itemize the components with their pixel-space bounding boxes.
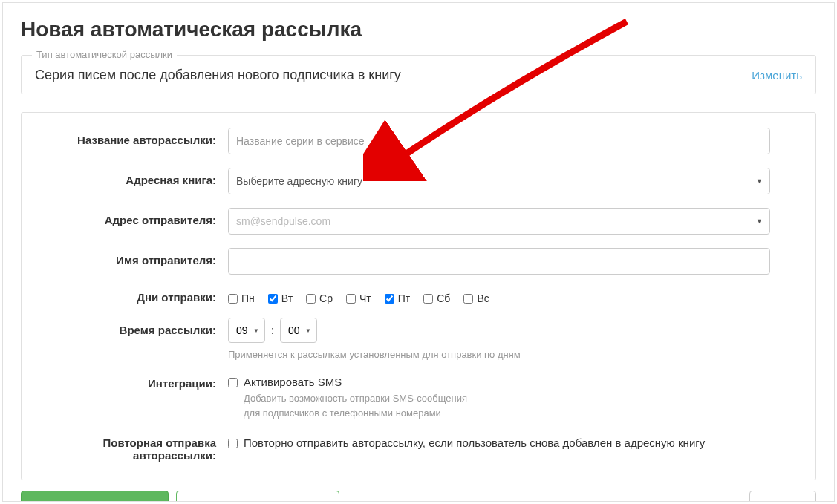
sms-checkbox[interactable] [228,378,238,387]
cancel-button[interactable]: Отмена [749,491,816,502]
day-sun-checkbox[interactable] [463,294,473,304]
page-title: Новая автоматическая рассылка [21,18,816,42]
days-label: Дни отправки: [35,288,228,304]
save-and-run-button[interactable]: ▶ Сохранить и запустить [176,491,339,502]
sender-name-label: Имя отправителя: [35,248,228,266]
footer-actions: Сохранить изменения ▶ Сохранить и запуст… [21,491,816,502]
time-hint: Применяется к рассылкам установленным дл… [228,347,795,362]
day-sat[interactable]: Сб [423,292,450,304]
name-label: Название авторассылки: [35,128,228,146]
automation-type-box: Тип автоматической рассылки Серия писем … [21,55,816,94]
day-fri-checkbox[interactable] [385,294,394,304]
day-mon[interactable]: Пн [228,292,255,304]
name-input[interactable] [228,128,770,154]
day-fri[interactable]: Пт [385,292,410,304]
time-hour-select[interactable]: 09 [228,318,265,343]
sender-address-select[interactable]: sm@sendpulse.com [228,208,770,235]
day-tue-checkbox[interactable] [268,294,278,304]
day-tue[interactable]: Вт [268,292,293,304]
sender-address-label: Адрес отправителя: [35,208,228,226]
day-sat-checkbox[interactable] [423,294,433,304]
addressbook-label: Адресная книга: [35,168,228,186]
resend-checkbox-label: Повторно отправить авторассылку, если по… [244,436,705,449]
day-wed-checkbox[interactable] [306,294,316,304]
page-container: Новая автоматическая рассылка Тип автома… [2,2,835,502]
resend-label: Повторная отправка авторассылки: [35,435,228,462]
day-mon-checkbox[interactable] [228,294,238,304]
days-group: Пн Вт Ср Чт Пт Сб Вс [228,288,795,304]
sms-hint-line2: для подписчиков с телефонными номерами [244,406,467,422]
sms-checkbox-label: Активировать SMS [244,376,467,388]
sender-name-input[interactable] [228,248,770,275]
play-icon: ▶ [189,500,195,502]
automation-type-description: Серия писем после добавления нового подп… [35,68,401,83]
form-panel: Название авторассылки: Адресная книга: В… [21,112,816,480]
time-label: Время рассылки: [35,318,228,336]
integrations-label: Интеграции: [35,376,228,390]
resend-checkbox[interactable] [228,439,238,448]
day-sun[interactable]: Вс [463,292,489,304]
time-minute-select[interactable]: 00 [280,318,317,343]
automation-type-legend: Тип автоматической рассылки [32,49,177,60]
day-thu[interactable]: Чт [346,292,371,304]
day-wed[interactable]: Ср [306,292,333,304]
save-button[interactable]: Сохранить изменения [21,491,169,502]
change-type-link[interactable]: Изменить [752,69,802,82]
day-thu-checkbox[interactable] [346,294,356,304]
addressbook-select[interactable]: Выберите адресную книгу [228,168,770,194]
time-separator: : [271,324,274,336]
sms-hint-line1: Добавить возможность отправки SMS-сообще… [244,391,467,407]
